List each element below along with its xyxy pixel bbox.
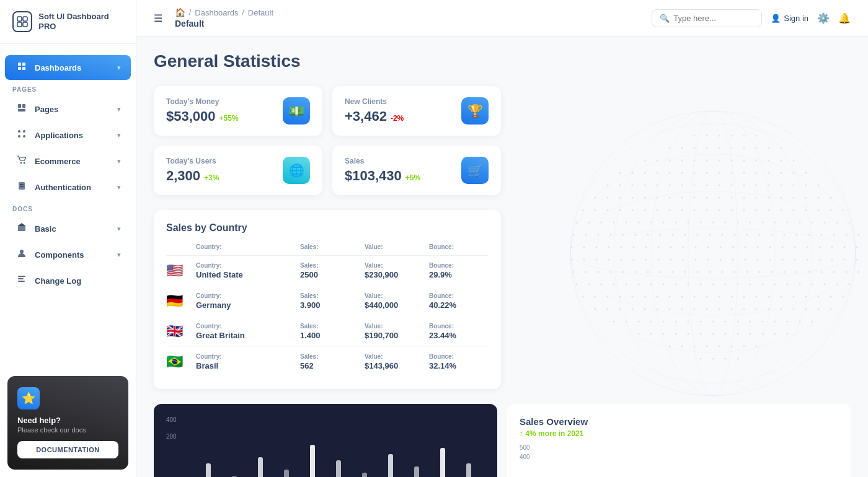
svg-point-12	[24, 162, 25, 164]
svg-point-185	[707, 247, 709, 248]
svg-point-158	[672, 234, 674, 236]
applications-label: Applications	[35, 131, 83, 140]
svg-point-308	[805, 309, 807, 310]
pages-icon	[15, 103, 29, 115]
stat-clients-label: New Clients	[345, 97, 404, 106]
svg-point-249	[613, 284, 615, 286]
svg-point-62	[756, 172, 758, 174]
svg-point-66	[805, 172, 807, 174]
svg-point-215	[782, 259, 784, 261]
svg-point-320	[725, 321, 727, 323]
help-card: ⭐ Need help? Please check our docs DOCUM…	[7, 376, 128, 470]
svg-point-150	[573, 234, 575, 236]
basic-chevron: ▾	[117, 225, 121, 233]
svg-point-272	[619, 296, 621, 298]
svg-point-51	[619, 172, 621, 174]
svg-point-280	[719, 296, 720, 298]
bell-icon[interactable]: 🔔	[838, 12, 851, 24]
search-icon: 🔍	[660, 14, 670, 23]
svg-point-258	[725, 284, 727, 286]
svg-point-194	[819, 247, 821, 248]
svg-point-316	[675, 321, 677, 323]
flag-us: 🇺🇸	[166, 263, 191, 279]
svg-point-201	[608, 259, 610, 261]
svg-point-53	[644, 172, 646, 174]
home-icon[interactable]: 🏠	[175, 7, 185, 17]
search-input[interactable]	[673, 14, 754, 23]
breadcrumb-dashboards[interactable]: Dashboards	[195, 8, 238, 17]
documentation-button[interactable]: DOCUMENTATION	[17, 441, 118, 458]
svg-rect-3	[23, 22, 27, 27]
svg-point-317	[688, 321, 689, 323]
breadcrumb-default: Default	[248, 8, 273, 17]
sign-in-button[interactable]: 👤 Sign in	[771, 14, 808, 23]
authentication-icon	[15, 181, 29, 193]
app-title: Soft UI Dashboard PRO	[38, 12, 123, 31]
svg-point-236	[746, 271, 748, 273]
sidebar-item-changelog[interactable]: Change Log	[5, 268, 131, 293]
svg-point-161	[709, 234, 711, 236]
stat-users-value: 2,300	[166, 168, 200, 184]
sidebar-item-applications[interactable]: Applications ▾	[5, 123, 131, 147]
menu-toggle-icon[interactable]: ☰	[154, 12, 162, 24]
svg-point-42	[694, 160, 696, 162]
svg-point-169	[808, 234, 810, 236]
bar-chart-bars	[166, 445, 485, 477]
svg-rect-6	[18, 109, 25, 112]
svg-point-61	[743, 172, 745, 174]
svg-point-176	[596, 247, 598, 248]
svg-point-17	[20, 250, 24, 253]
svg-point-197	[856, 247, 858, 248]
svg-point-91	[669, 197, 671, 199]
col-header-country: Country:	[196, 243, 295, 250]
svg-point-111	[657, 209, 658, 211]
settings-icon[interactable]: ⚙️	[817, 12, 830, 24]
svg-point-322	[750, 321, 751, 323]
svg-rect-4	[18, 104, 21, 108]
sidebar-item-authentication[interactable]: Authentication ▾	[5, 175, 131, 199]
sidebar-item-components[interactable]: Components ▾	[5, 242, 131, 267]
svg-point-328	[638, 333, 640, 335]
svg-point-96	[731, 197, 733, 199]
country-name-us: United State	[196, 270, 295, 279]
svg-point-142	[762, 222, 764, 224]
svg-point-65	[793, 172, 795, 174]
svg-point-235	[734, 271, 736, 273]
svg-point-299	[694, 309, 696, 310]
svg-point-188	[745, 247, 746, 248]
svg-point-204	[645, 259, 647, 261]
svg-point-335	[725, 333, 727, 335]
svg-point-339	[774, 333, 776, 335]
content-area: General Statistics Today's Money $53,000…	[136, 37, 868, 477]
svg-point-143	[774, 222, 776, 224]
sidebar-item-ecommerce[interactable]: Ecommerce ▾	[5, 149, 131, 173]
svg-point-226	[622, 271, 624, 273]
svg-point-285	[781, 296, 782, 298]
svg-point-205	[658, 259, 660, 261]
sidebar-item-basic[interactable]: Basic ▾	[5, 216, 131, 241]
stat-money-change: +55%	[219, 114, 239, 123]
svg-point-270	[595, 296, 596, 298]
svg-point-36	[768, 147, 770, 149]
svg-point-121	[781, 209, 782, 211]
search-box[interactable]: 🔍	[652, 9, 762, 27]
svg-point-263	[787, 284, 789, 286]
svg-point-277	[681, 296, 683, 298]
svg-point-337	[750, 333, 751, 335]
svg-point-163	[734, 234, 736, 236]
stat-card-users: Today's Users 2,300 +3% 🌐	[154, 146, 322, 195]
svg-point-29	[681, 147, 683, 149]
svg-point-173	[858, 234, 860, 236]
svg-point-43	[706, 160, 708, 162]
svg-point-336	[737, 333, 739, 335]
sidebar-item-dashboards[interactable]: Dashboards ▾	[5, 55, 131, 80]
sidebar-item-pages[interactable]: Pages ▾	[5, 97, 131, 121]
svg-point-250	[626, 284, 627, 286]
svg-point-212	[745, 259, 746, 261]
svg-point-283	[756, 296, 758, 298]
svg-point-309	[818, 309, 820, 310]
svg-point-69	[632, 185, 634, 186]
svg-point-313	[638, 321, 640, 323]
svg-rect-5	[22, 104, 25, 108]
svg-point-47	[756, 160, 758, 162]
